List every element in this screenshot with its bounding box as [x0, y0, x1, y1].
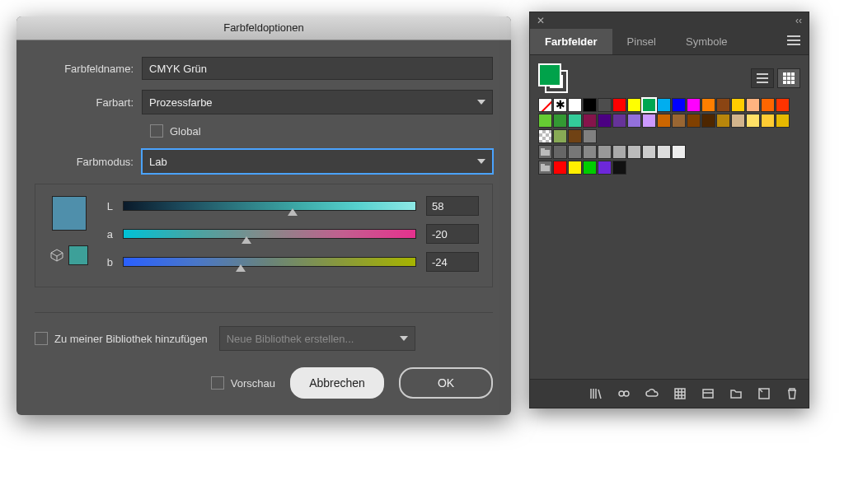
menu-icon: [787, 35, 800, 45]
swatch[interactable]: [627, 114, 641, 128]
trash-icon[interactable]: [785, 387, 799, 400]
swatch-options-icon[interactable]: [673, 387, 687, 400]
cancel-button[interactable]: Abbrechen: [290, 367, 384, 399]
swatch[interactable]: [583, 161, 597, 175]
fill-stroke-indicator[interactable]: [538, 63, 568, 93]
color-group-icon[interactable]: [701, 387, 715, 400]
slider-b[interactable]: [123, 257, 416, 267]
add-to-library-checkbox[interactable]: [35, 332, 48, 345]
swatch[interactable]: [687, 114, 701, 128]
swatch[interactable]: [568, 98, 582, 112]
swatch[interactable]: [746, 114, 760, 128]
swatch[interactable]: [657, 98, 671, 112]
ok-button[interactable]: OK: [399, 367, 493, 399]
color-sliders-group: L a b: [35, 184, 493, 287]
swatch[interactable]: [553, 145, 567, 159]
swatch[interactable]: [627, 98, 641, 112]
swatch[interactable]: [568, 161, 582, 175]
close-icon[interactable]: ✕: [537, 15, 545, 26]
value-b-input[interactable]: [426, 252, 479, 272]
swatch[interactable]: [731, 98, 745, 112]
swatch[interactable]: [598, 98, 612, 112]
swatch-name-input[interactable]: [142, 57, 493, 80]
swatch[interactable]: [598, 161, 612, 175]
slider-L[interactable]: [123, 201, 416, 211]
slider-thumb-icon[interactable]: [241, 236, 251, 244]
swatch[interactable]: [716, 98, 730, 112]
swatch[interactable]: [642, 114, 656, 128]
color-group-folder[interactable]: [538, 145, 552, 159]
swatch[interactable]: [761, 98, 775, 112]
swatch[interactable]: [746, 98, 760, 112]
fill-color-box[interactable]: [538, 63, 561, 86]
swatch[interactable]: [612, 161, 626, 175]
original-color-swatch[interactable]: [68, 245, 88, 265]
list-view-button[interactable]: [751, 68, 774, 88]
swatch-none[interactable]: [538, 98, 552, 112]
swatch[interactable]: [568, 145, 582, 159]
swatch[interactable]: [538, 114, 552, 128]
swatch[interactable]: [612, 98, 626, 112]
preview-checkbox[interactable]: [211, 376, 224, 390]
swatch[interactable]: [716, 114, 730, 128]
color-mode-select[interactable]: Lab: [142, 149, 493, 174]
swatch[interactable]: [612, 145, 626, 159]
dialog-title: Farbfeldoptionen: [16, 16, 511, 40]
swatches-panel: ✕ ‹‹ FarbfelderPinselSymbole: [529, 12, 809, 408]
swatch[interactable]: [598, 145, 612, 159]
swatch[interactable]: [672, 145, 686, 159]
swatch[interactable]: [657, 114, 671, 128]
library-icon[interactable]: [589, 387, 603, 400]
tab-pinsel[interactable]: Pinsel: [612, 29, 671, 54]
swatch[interactable]: [583, 129, 597, 143]
panel-menu-button[interactable]: [779, 29, 809, 54]
swatch[interactable]: [583, 145, 597, 159]
swatch[interactable]: [776, 114, 790, 128]
color-type-select[interactable]: Prozessfarbe: [142, 90, 493, 114]
library-select[interactable]: Neue Bibliothek erstellen...: [219, 326, 415, 351]
grid-view-button[interactable]: [777, 68, 800, 88]
swatch[interactable]: [701, 114, 715, 128]
color-group-folder[interactable]: [538, 161, 552, 175]
swatch[interactable]: [642, 145, 656, 159]
slider-thumb-icon[interactable]: [236, 264, 246, 272]
swatch[interactable]: [583, 98, 597, 112]
swatch[interactable]: [642, 98, 656, 112]
swatch-options-dialog: Farbfeldoptionen Farbfeldname: Farbart: …: [16, 16, 511, 415]
swatch[interactable]: [553, 161, 567, 175]
swatch[interactable]: [598, 114, 612, 128]
global-checkbox[interactable]: [150, 124, 163, 138]
swatch[interactable]: [672, 98, 686, 112]
swatch[interactable]: [568, 129, 582, 143]
new-swatch-icon[interactable]: [757, 387, 771, 400]
folder-icon[interactable]: [729, 387, 743, 400]
swatch[interactable]: [553, 129, 567, 143]
link-icon[interactable]: [617, 387, 631, 400]
out-of-gamut-icon[interactable]: [50, 249, 63, 262]
swatch[interactable]: [568, 114, 582, 128]
swatch[interactable]: [583, 114, 597, 128]
slider-thumb-icon[interactable]: [288, 208, 298, 216]
slider-a[interactable]: [123, 229, 416, 239]
value-a-input[interactable]: [426, 224, 479, 244]
panel-footer: [530, 379, 809, 408]
tab-symbole[interactable]: Symbole: [671, 29, 743, 54]
swatch[interactable]: [761, 114, 775, 128]
swatch[interactable]: [627, 145, 641, 159]
library-select-placeholder: Neue Bibliothek erstellen...: [227, 333, 354, 345]
swatch[interactable]: [776, 98, 790, 112]
swatch[interactable]: [553, 114, 567, 128]
swatch[interactable]: [701, 98, 715, 112]
collapse-icon[interactable]: ‹‹: [795, 15, 802, 26]
value-L-input[interactable]: [426, 196, 479, 216]
swatch[interactable]: [538, 129, 552, 143]
tab-farbfelder[interactable]: Farbfelder: [530, 29, 612, 54]
swatch[interactable]: [612, 114, 626, 128]
swatch[interactable]: [657, 145, 671, 159]
swatch[interactable]: [672, 114, 686, 128]
swatch[interactable]: [687, 98, 701, 112]
cloud-icon[interactable]: [645, 387, 659, 400]
swatch-registration[interactable]: [553, 98, 567, 112]
chevron-down-icon: [477, 100, 485, 105]
swatch[interactable]: [731, 114, 745, 128]
